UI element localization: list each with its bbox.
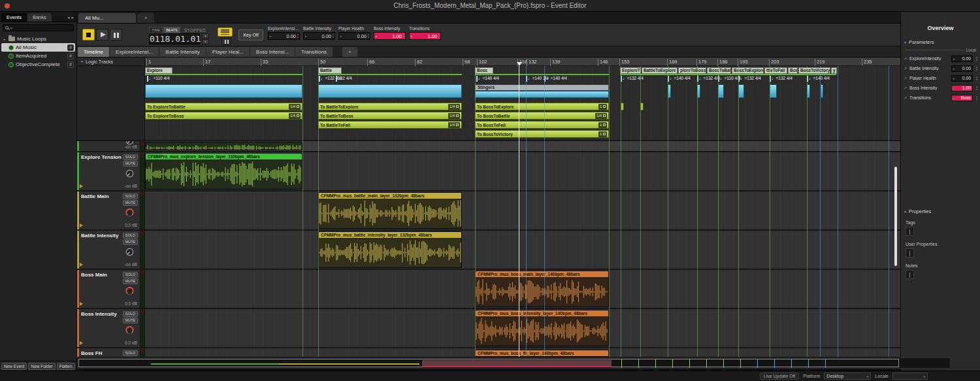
small-marker-bar[interactable]: [621, 103, 624, 110]
parameter-value-field[interactable]: ▸1.00▴▾: [374, 32, 406, 40]
solo-button[interactable]: SOLO: [123, 193, 138, 199]
tree-item-music-loops[interactable]: ▸Music Loops: [1, 35, 75, 43]
audio-clip-cfmmpro-mus-battle-main-layer-132bpm-48bars[interactable]: CFMMPro_mus_battle_main_layer_132bpm_48b…: [318, 192, 462, 229]
new-folder-button[interactable]: New Folder: [28, 363, 55, 370]
audio-clip-cfmmpro-mus-boss-fh-layer-140bpm-48bars[interactable]: CFMMPro_mus_boss_fh_layer_140bpm_48bars: [475, 350, 609, 357]
solo-button[interactable]: SOLO: [123, 311, 138, 317]
solo-button[interactable]: SOLO: [123, 272, 138, 278]
region-marker-bos[interactable]: Bos: [788, 67, 798, 74]
track-lane[interactable]: [145, 140, 900, 151]
mute-button[interactable]: MUTE: [123, 161, 138, 167]
audio-clip[interactable]: [145, 142, 302, 150]
region-marker-battletoexplore[interactable]: BattleToExplore: [642, 67, 678, 74]
parameters-section-header[interactable]: ▼ Parameters: [904, 39, 977, 45]
track-lane-battle-main[interactable]: CFMMPro_mus_battle_main_layer_132bpm_48b…: [145, 190, 900, 229]
window-close-button[interactable]: [5, 3, 10, 8]
transition-region-to-bosstobattle[interactable]: To BossToBattle1/4: [475, 112, 609, 120]
transition-timeline-bar[interactable]: [475, 91, 609, 98]
transition-region-to-exploretoboss[interactable]: To ExploreToBoss1/4: [145, 112, 302, 120]
locale-select[interactable]: ▾: [892, 373, 928, 380]
parameter-value-field[interactable]: ▸1.00: [951, 85, 973, 91]
track-header-battle-main[interactable]: Battle MainSOLOMUTE0.0 dB: [77, 190, 144, 229]
expand-track-icon[interactable]: [80, 341, 83, 345]
tempo-marker[interactable]: ♩=110 4/4: [718, 76, 741, 80]
transition-region-to-battletoexplore[interactable]: To BattleToExplore1/4: [318, 103, 462, 110]
key-off-button[interactable]: Key Off: [238, 29, 263, 41]
view-tab-battle-intensity[interactable]: Battle Intensity: [159, 47, 205, 57]
stop-button[interactable]: [82, 29, 95, 41]
parameter-value-field[interactable]: ▸Boss: [951, 95, 973, 101]
region-marker-y[interactable]: y: [831, 67, 837, 74]
pause-button[interactable]: [110, 29, 122, 41]
volume-knob[interactable]: [125, 169, 135, 178]
browser-tab-events[interactable]: Events: [1, 13, 27, 22]
track-header-explore-tension[interactable]: Explore TensionSOLOMUTE-oo dB: [77, 151, 144, 190]
nav-forward-icon[interactable]: ▸: [71, 15, 74, 20]
parameter-spinner[interactable]: ▴▾: [368, 33, 369, 39]
tempo-marker[interactable]: ♩=132 4/4: [697, 76, 720, 80]
transition-region-to-bosstofall[interactable]: To BossToFall1: [475, 121, 609, 129]
secondary-pause-button[interactable]: [221, 38, 231, 45]
transition-region-to-battletoboss[interactable]: To BattleToBoss1/4: [318, 112, 462, 120]
audio-clip-cfmmpro-mus-boss-main-layer-140bpm-48bars[interactable]: CFMMPro_mus_boss_main_layer_140bpm_48bar…: [475, 271, 609, 307]
tree-item-all-music[interactable]: All Music#: [1, 43, 75, 52]
property-input-tags[interactable]: [906, 227, 914, 236]
small-marker-bar[interactable]: [697, 84, 700, 98]
small-marker-bar[interactable]: [668, 84, 671, 98]
small-marker-bar[interactable]: [738, 84, 744, 98]
tree-item-itemacquired[interactable]: ItemAcquired#: [1, 52, 75, 60]
transition-timeline-bar[interactable]: [145, 84, 302, 98]
parameter-spinner[interactable]: ▴▾: [297, 33, 299, 39]
expand-track-icon[interactable]: [80, 224, 83, 227]
parameter-value-field[interactable]: ▸0.00▴▾: [338, 32, 370, 40]
properties-section-header[interactable]: ▼ Properties: [904, 208, 977, 214]
mute-button[interactable]: MUTE: [123, 200, 138, 206]
timeline-lanes[interactable]: 1173350668298102118132139146153169179186…: [145, 58, 900, 357]
view-tab-transitions[interactable]: Transitions: [295, 47, 333, 57]
solo-button[interactable]: SOLO: [123, 233, 138, 239]
tempo-marker[interactable]: 132 4/4: [336, 76, 352, 80]
document-tab-all-mu[interactable]: All Mu...: [78, 13, 136, 23]
region-marker-ttletofall[interactable]: ttleToFall: [764, 67, 787, 74]
mute-button[interactable]: MUTE: [123, 318, 138, 323]
track-lane-boss-main[interactable]: CFMMPro_mus_boss_main_layer_140bpm_48bar…: [145, 269, 900, 308]
parameter-spinner[interactable]: ▴▾: [976, 66, 977, 71]
vertical-scrollbar[interactable]: [894, 167, 897, 266]
browser-tab-banks[interactable]: Banks: [27, 13, 52, 22]
small-marker-bar[interactable]: [640, 103, 644, 110]
parameter-value-field[interactable]: ▸0.00: [951, 56, 973, 62]
view-tab-exploreintensi[interactable]: ExploreIntensi...: [110, 47, 159, 57]
track-lane-boss-fh[interactable]: CFMMPro_mus_boss_fh_layer_140bpm_48bars: [145, 347, 900, 357]
region-marker-bosstoexplore[interactable]: BossToExplore: [732, 67, 764, 74]
region-marker-explore[interactable]: Explore: [145, 67, 172, 74]
view-tab-boss-intensi[interactable]: Boss Intensi...: [250, 47, 295, 57]
tempo-marker[interactable]: ♩=132 4/4: [738, 76, 761, 80]
time-mode-button[interactable]: TIME: [149, 27, 163, 33]
transition-region-to-bosstoexplore[interactable]: To BossToExplore1: [475, 103, 609, 110]
parameter-value-field[interactable]: ▸1.00▴▾: [409, 32, 441, 40]
parameter-value-field[interactable]: ▸0.00▴▾: [303, 32, 335, 40]
follow-playhead-button[interactable]: [218, 27, 233, 37]
small-marker-bar[interactable]: [807, 84, 810, 98]
volume-knob[interactable]: [125, 208, 135, 218]
track-lane-explore-tension[interactable]: CFMMPro_mus_explore_tension_layer_110bpm…: [145, 151, 900, 190]
tempo-marker[interactable]: ♩=110 4/4: [147, 76, 170, 80]
region-marker-exploret[interactable]: ExploreT: [620, 67, 641, 74]
tree-item-objectivecomplete[interactable]: ObjectiveComplete#: [1, 60, 75, 69]
track-lane-boss-intensity[interactable]: CFMMPro_mus_boss_intensity_layer_140bpm_…: [145, 308, 900, 347]
parameter-value-field[interactable]: ▸0.00: [951, 65, 973, 72]
tempo-marker[interactable]: ♩=140 4/4: [544, 76, 567, 80]
spin-down-icon[interactable]: ▾: [202, 39, 209, 44]
play-button[interactable]: [96, 29, 108, 41]
spin-up-icon[interactable]: ▴: [202, 33, 209, 39]
volume-knob[interactable]: [125, 247, 135, 257]
search-input[interactable]: ▾: [3, 24, 74, 31]
view-tab-timeline[interactable]: Timeline: [78, 47, 109, 57]
live-update-status[interactable]: Live Update Off: [760, 373, 800, 380]
position-spinner[interactable]: ▴ ▾: [202, 33, 209, 44]
nav-back-icon[interactable]: ◂: [67, 15, 70, 20]
parameter-spinner[interactable]: ▴▾: [976, 56, 977, 61]
parameter-spinner[interactable]: ▴▾: [333, 33, 334, 39]
parameter-spinner[interactable]: ▴▾: [976, 86, 977, 91]
mute-button[interactable]: MUTE: [123, 278, 138, 284]
